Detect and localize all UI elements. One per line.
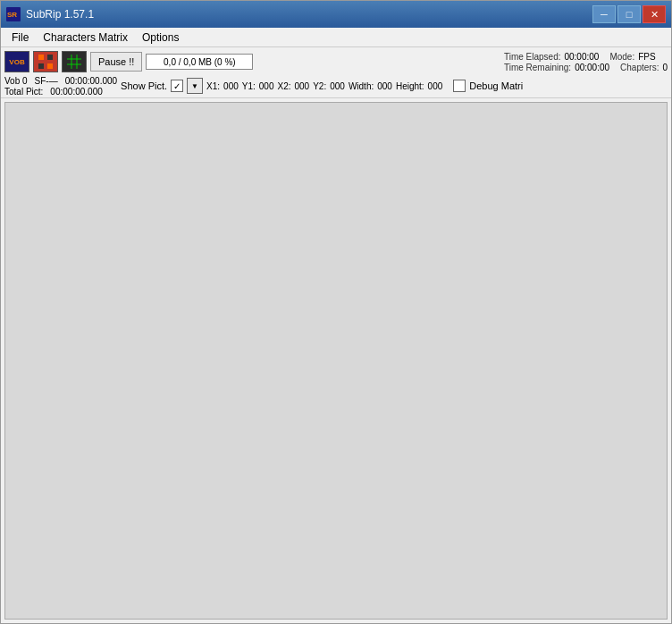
toolbar-row2: Vob 0 SF-— 00:00:00.000 Total Pict: 00:0… [4, 76, 668, 96]
progress-text: 0,0 / 0,0 MB (0 %) [164, 57, 236, 67]
pause-button[interactable]: Pause !! [90, 52, 142, 72]
window-title: SubRip 1.57.1 [26, 8, 94, 21]
right-info: Time Elapsed: 00:00:00 Mode: FPS Time Re… [504, 52, 668, 72]
width-value: 000 [377, 81, 392, 91]
chapters-value: 0 [662, 63, 668, 72]
svg-rect-7 [65, 53, 83, 71]
progress-bar: 0,0 / 0,0 MB (0 %) [146, 54, 253, 70]
toolbar: VOB P [1, 47, 671, 98]
width-label: Width: [349, 81, 374, 91]
show-pict-dropdown[interactable]: ▼ [187, 78, 203, 94]
vob-time1: 00:00:00.000 [65, 76, 117, 86]
y1-value: 000 [259, 81, 274, 91]
main-window: SR SubRip 1.57.1 ─ □ ✕ File Characters M… [0, 0, 672, 624]
svg-text:SR: SR [7, 11, 17, 19]
vob-row1: Vob 0 SF-— 00:00:00.000 [4, 76, 117, 86]
time-elapsed-value: 00:00:00 [564, 52, 599, 62]
mode-label: Mode: [609, 52, 634, 62]
sf-label: SF-— [35, 76, 58, 86]
main-content-area [4, 102, 668, 620]
x1-label: X1: [206, 81, 220, 91]
y1-label: Y1: [242, 81, 256, 91]
y2-value: 000 [330, 81, 345, 91]
x2-label: X2: [277, 81, 290, 91]
title-bar-buttons: ─ □ ✕ [592, 5, 666, 23]
debug-checkbox[interactable] [453, 80, 466, 92]
menu-bar: File Characters Matrix Options [1, 28, 671, 47]
height-value: 000 [428, 81, 443, 91]
minimize-button[interactable]: ─ [592, 5, 616, 23]
title-bar-left: SR SubRip 1.57.1 [6, 7, 94, 21]
vob-label: Vob 0 [4, 76, 28, 86]
grid-icon[interactable] [62, 51, 87, 72]
vob-time2: 00:00:00.000 [50, 87, 102, 97]
app-icon: SR [6, 7, 21, 21]
svg-rect-6 [47, 63, 53, 69]
mode-value: FPS [638, 52, 655, 62]
progress-area: 0,0 / 0,0 MB (0 %) [146, 54, 253, 70]
svg-rect-4 [47, 55, 53, 60]
menu-options[interactable]: Options [135, 30, 186, 46]
matrix-icon[interactable] [33, 51, 58, 72]
show-pict-checkbox[interactable] [171, 80, 183, 92]
total-pict-label: Total Pict: [4, 87, 43, 97]
vob-row2: Total Pict: 00:00:00.000 [4, 87, 117, 97]
y2-label: Y2: [313, 81, 326, 91]
menu-file[interactable]: File [4, 30, 36, 46]
menu-characters-matrix[interactable]: Characters Matrix [36, 30, 135, 46]
coords-section: X1: 000 Y1: 000 X2: 000 Y2: 000 Width: 0… [206, 81, 442, 91]
debug-label: Debug Matri [469, 80, 523, 91]
svg-rect-3 [38, 55, 44, 60]
close-button[interactable]: ✕ [643, 5, 666, 23]
svg-rect-5 [38, 63, 44, 69]
pict-section: Show Pict. ▼ [121, 78, 203, 94]
show-pict-label: Show Pict. [121, 80, 167, 91]
time-remaining-row: Time Remaining: 00:00:00 Chapters: 0 [504, 63, 668, 72]
vob-icon[interactable]: VOB [4, 51, 29, 72]
time-elapsed-row: Time Elapsed: 00:00:00 Mode: FPS [504, 52, 656, 62]
time-remaining-value: 00:00:00 [575, 63, 609, 72]
debug-section: Debug Matri [453, 80, 523, 92]
time-elapsed-label: Time Elapsed: [504, 52, 561, 62]
maximize-button[interactable]: □ [617, 5, 641, 23]
x2-value: 000 [294, 81, 309, 91]
title-bar: SR SubRip 1.57.1 ─ □ ✕ [1, 1, 671, 28]
vob-info-left: Vob 0 SF-— 00:00:00.000 Total Pict: 00:0… [4, 76, 117, 97]
height-label: Height: [396, 81, 424, 91]
x1-value: 000 [223, 81, 239, 91]
toolbar-row1: VOB P [4, 49, 668, 74]
time-remaining-label: Time Remaining: [504, 63, 571, 72]
chapters-label: Chapters: [620, 63, 659, 72]
